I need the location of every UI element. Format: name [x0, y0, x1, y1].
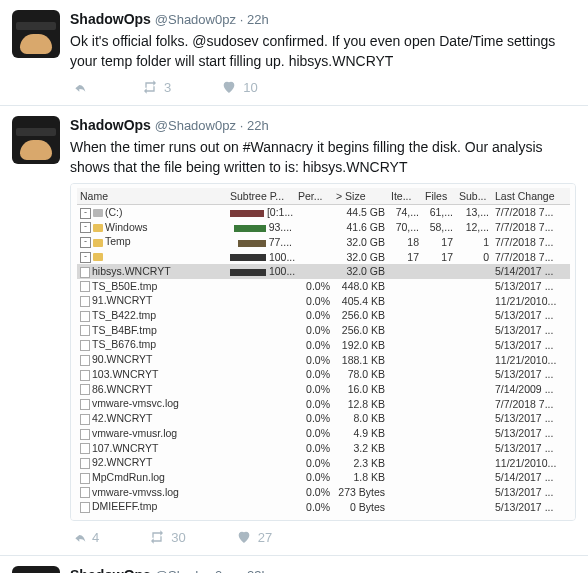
column-header[interactable]: Sub... — [456, 188, 492, 205]
column-header[interactable]: Last Change — [492, 188, 570, 205]
table-row[interactable]: vmware-vmvss.log0.0%273 Bytes5/13/2017 .… — [77, 485, 570, 500]
file-name: 92.WNCRYT — [92, 456, 152, 468]
embedded-screenshot[interactable]: NameSubtree P...Per...> SizeIte...FilesS… — [70, 183, 576, 521]
display-name[interactable]: ShadowOps — [70, 567, 151, 573]
table-row[interactable]: 86.WNCRYT0.0%16.0 KB7/14/2009 ... — [77, 382, 570, 397]
file-name: DMIEEFF.tmp — [92, 500, 157, 512]
handle[interactable]: @Shadow0pz — [155, 568, 236, 573]
timestamp[interactable]: 22h — [247, 118, 269, 133]
file-icon — [80, 429, 90, 440]
tweet-header: ShadowOps @Shadow0pz · 23h — [70, 566, 576, 573]
table-row[interactable]: 42.WNCRYT0.0%8.0 KB5/13/2017 ... — [77, 411, 570, 426]
file-icon — [80, 414, 90, 425]
file-name: TS_B676.tmp — [92, 338, 156, 350]
timestamp[interactable]: 22h — [247, 12, 269, 27]
table-row[interactable]: hibsys.WNCRYT 100....32.0 GB5/14/2017 ..… — [77, 264, 570, 279]
table-row[interactable]: TS_B4BF.tmp0.0%256.0 KB5/13/2017 ... — [77, 323, 570, 338]
table-header-row: NameSubtree P...Per...> SizeIte...FilesS… — [77, 188, 570, 205]
file-icon — [80, 384, 90, 395]
file-name: vmware-vmusr.log — [92, 427, 177, 439]
table-row[interactable]: DMIEEFF.tmp0.0%0 Bytes5/13/2017 ... — [77, 499, 570, 514]
like-count: 10 — [243, 80, 257, 95]
avatar[interactable] — [12, 116, 60, 164]
file-name: hibsys.WNCRYT — [92, 265, 171, 277]
table-row[interactable]: 107.WNCRYT0.0%3.2 KB5/13/2017 ... — [77, 441, 570, 456]
timestamp[interactable]: 23h — [247, 568, 269, 573]
heart-icon — [236, 529, 252, 545]
display-name[interactable]: ShadowOps — [70, 117, 151, 133]
file-name: 91.WNCRYT — [92, 294, 152, 306]
retweet-button[interactable]: 30 — [149, 529, 185, 545]
table-row[interactable]: - 100....32.0 GB171707/7/2018 7... — [77, 249, 570, 264]
tweet-body: ShadowOps @Shadow0pz · 22h When the time… — [70, 116, 576, 545]
tweet-header: ShadowOps @Shadow0pz · 22h — [70, 116, 576, 135]
file-name: 107.WNCRYT — [92, 442, 158, 454]
tweet[interactable]: ShadowOps @Shadow0pz · 23h WARNING: Once… — [0, 556, 588, 573]
tweet-actions: 4 30 27 — [70, 529, 576, 545]
dot: · — [240, 118, 247, 133]
tweet-actions: 3 10 — [70, 79, 576, 95]
retweet-button[interactable]: 3 — [142, 79, 171, 95]
file-name: (C:) — [105, 206, 123, 218]
retweet-count: 30 — [171, 530, 185, 545]
table-row[interactable]: -Windows 93....41.6 GB70,...58,...12,...… — [77, 220, 570, 235]
table-row[interactable]: -Temp 77....32.0 GB181717/7/2018 7... — [77, 234, 570, 249]
file-tree-table: NameSubtree P...Per...> SizeIte...FilesS… — [77, 188, 570, 514]
table-row[interactable]: TS_B50E.tmp0.0%448.0 KB5/13/2017 ... — [77, 279, 570, 294]
tweet-body: ShadowOps @Shadow0pz · 22h Ok it's offic… — [70, 10, 576, 95]
avatar[interactable] — [12, 566, 60, 573]
tweet-text: Ok it's official folks. @sudosev confirm… — [70, 31, 576, 71]
file-icon — [80, 487, 90, 498]
file-name: TS_B50E.tmp — [92, 280, 157, 292]
retweet-icon — [149, 529, 165, 545]
reply-icon — [70, 529, 86, 545]
tweet[interactable]: ShadowOps @Shadow0pz · 22h Ok it's offic… — [0, 0, 588, 106]
file-icon — [80, 340, 90, 351]
like-count: 27 — [258, 530, 272, 545]
table-row[interactable]: vmware-vmsvc.log0.0%12.8 KB7/7/2018 7... — [77, 396, 570, 411]
file-icon — [80, 502, 90, 513]
column-header[interactable]: Per... — [295, 188, 333, 205]
table-row[interactable]: vmware-vmusr.log0.0%4.9 KB5/13/2017 ... — [77, 426, 570, 441]
dot: · — [240, 12, 247, 27]
table-row[interactable]: 103.WNCRYT0.0%78.0 KB5/13/2017 ... — [77, 367, 570, 382]
heart-icon — [221, 79, 237, 95]
folder-icon — [93, 253, 103, 261]
column-header[interactable]: Ite... — [388, 188, 422, 205]
file-name: 42.WNCRYT — [92, 412, 152, 424]
file-icon — [80, 458, 90, 469]
file-name: 86.WNCRYT — [92, 383, 152, 395]
table-row[interactable]: 92.WNCRYT0.0%2.3 KB11/21/2010... — [77, 455, 570, 470]
file-icon — [80, 281, 90, 292]
reply-button[interactable] — [70, 79, 92, 95]
retweet-icon — [142, 79, 158, 95]
like-button[interactable]: 27 — [236, 529, 272, 545]
file-name: 90.WNCRYT — [92, 353, 152, 365]
reply-button[interactable]: 4 — [70, 529, 99, 545]
column-header[interactable]: Files — [422, 188, 456, 205]
file-name: vmware-vmvss.log — [92, 486, 179, 498]
tweet-text: When the timer runs out on #Wannacry it … — [70, 137, 576, 177]
column-header[interactable]: Name — [77, 188, 227, 205]
display-name[interactable]: ShadowOps — [70, 11, 151, 27]
like-button[interactable]: 10 — [221, 79, 257, 95]
column-header[interactable]: > Size — [333, 188, 388, 205]
table-row[interactable]: 91.WNCRYT0.0%405.4 KB11/21/2010... — [77, 293, 570, 308]
table-row[interactable]: TS_B422.tmp0.0%256.0 KB5/13/2017 ... — [77, 308, 570, 323]
file-icon — [80, 370, 90, 381]
table-row[interactable]: TS_B676.tmp0.0%192.0 KB5/13/2017 ... — [77, 337, 570, 352]
tweet-header: ShadowOps @Shadow0pz · 22h — [70, 10, 576, 29]
file-icon — [80, 267, 90, 278]
file-name: vmware-vmsvc.log — [92, 397, 179, 409]
table-row[interactable]: MpCmdRun.log0.0%1.8 KB5/14/2017 ... — [77, 470, 570, 485]
column-header[interactable]: Subtree P... — [227, 188, 295, 205]
handle[interactable]: @Shadow0pz — [155, 12, 236, 27]
folder-icon — [93, 239, 103, 247]
file-icon — [80, 311, 90, 322]
handle[interactable]: @Shadow0pz — [155, 118, 236, 133]
folder-icon — [93, 224, 103, 232]
table-row[interactable]: 90.WNCRYT0.0%188.1 KB11/21/2010... — [77, 352, 570, 367]
tweet[interactable]: ShadowOps @Shadow0pz · 22h When the time… — [0, 106, 588, 556]
table-row[interactable]: -(C:) [0:1...44.5 GB74,...61,...13,...7/… — [77, 205, 570, 220]
avatar[interactable] — [12, 10, 60, 58]
